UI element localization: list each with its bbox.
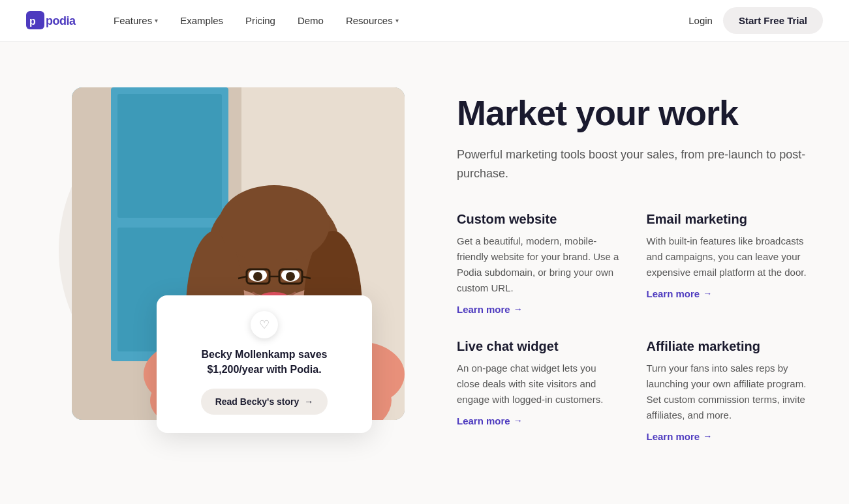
feature-title-live-chat: Live chat widget (457, 339, 621, 354)
feature-desc-email-marketing: With built-in features like broadcasts a… (647, 233, 810, 280)
feature-desc-affiliate-marketing: Turn your fans into sales reps by launch… (647, 361, 810, 423)
arrow-icon-4: → (703, 431, 712, 441)
login-link[interactable]: Login (688, 15, 713, 26)
feature-custom-website: Custom website Get a beautiful, modern, … (457, 212, 621, 316)
nav-link-demo[interactable]: Demo (288, 10, 333, 31)
feature-title-custom-website: Custom website (457, 212, 621, 227)
arrow-icon-3: → (514, 415, 523, 426)
start-free-trial-button[interactable]: Start Free Trial (723, 7, 823, 34)
nav-link-pricing[interactable]: Pricing (236, 10, 285, 31)
main-content: ♡ Becky Mollenkamp saves $1,200/year wit… (0, 42, 849, 504)
svg-rect-6 (117, 94, 222, 218)
chevron-down-icon-2: ▾ (395, 17, 399, 24)
heart-button[interactable]: ♡ (251, 311, 278, 338)
feature-affiliate-marketing: Affiliate marketing Turn your fans into … (647, 339, 810, 443)
testimonial-card: ♡ Becky Mollenkamp saves $1,200/year wit… (157, 295, 372, 433)
arrow-icon-2: → (703, 288, 712, 299)
arrow-icon: → (304, 396, 313, 407)
features-grid: Custom website Get a beautiful, modern, … (457, 212, 810, 443)
learn-more-email-marketing[interactable]: Learn more → (647, 288, 713, 299)
page-subtitle: Powerful marketing tools boost your sale… (457, 145, 810, 183)
right-side: Market your work Powerful marketing tool… (457, 81, 810, 443)
svg-point-25 (286, 272, 295, 281)
learn-more-live-chat[interactable]: Learn more → (457, 415, 523, 426)
learn-more-affiliate-marketing[interactable]: Learn more → (647, 431, 713, 442)
arrow-icon-1: → (514, 304, 523, 314)
feature-desc-custom-website: Get a beautiful, modern, mobile-friendly… (457, 233, 621, 296)
svg-point-16 (219, 185, 330, 263)
logo[interactable]: p podia (26, 11, 78, 31)
feature-title-email-marketing: Email marketing (647, 212, 810, 227)
page-title: Market your work (457, 94, 810, 132)
left-side: ♡ Becky Mollenkamp saves $1,200/year wit… (39, 81, 418, 420)
svg-text:podia: podia (46, 14, 76, 27)
svg-point-24 (253, 272, 262, 281)
feature-email-marketing: Email marketing With built-in features l… (647, 212, 810, 316)
testimonial-text: Becky Mollenkamp saves $1,200/year with … (175, 348, 354, 377)
feature-desc-live-chat: An on-page chat widget lets you close de… (457, 361, 621, 408)
feature-title-affiliate-marketing: Affiliate marketing (647, 339, 810, 354)
navbar: p podia Features ▾ Examples Pricing Demo… (0, 0, 849, 42)
nav-links: Features ▾ Examples Pricing Demo Resourc… (104, 10, 688, 31)
nav-link-features[interactable]: Features ▾ (104, 10, 167, 31)
learn-more-custom-website[interactable]: Learn more → (457, 304, 523, 315)
chevron-down-icon: ▾ (155, 17, 158, 24)
feature-live-chat: Live chat widget An on-page chat widget … (457, 339, 621, 443)
svg-text:p: p (29, 16, 36, 27)
nav-right: Login Start Free Trial (688, 7, 823, 34)
nav-link-resources[interactable]: Resources ▾ (337, 10, 408, 31)
nav-link-examples[interactable]: Examples (171, 10, 232, 31)
heart-icon: ♡ (259, 318, 270, 332)
read-story-button[interactable]: Read Becky's story → (201, 389, 328, 415)
